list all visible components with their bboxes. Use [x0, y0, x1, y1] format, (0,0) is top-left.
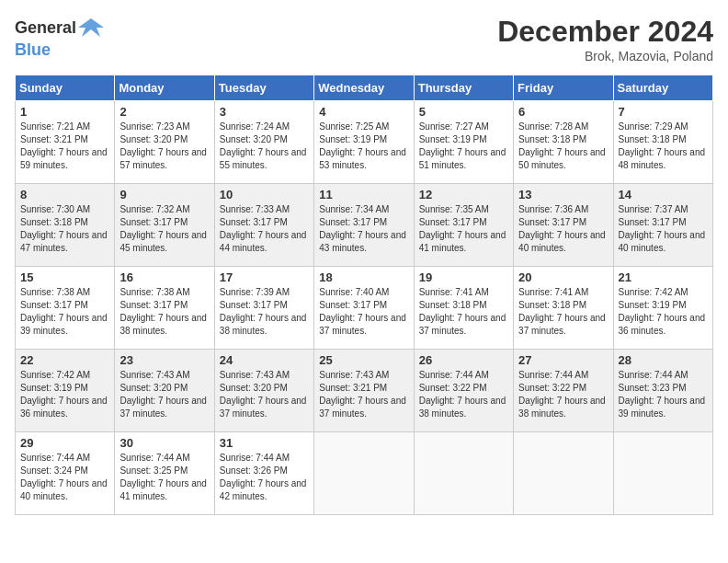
calendar-week-row: 29Sunrise: 7:44 AMSunset: 3:24 PMDayligh…: [16, 432, 713, 515]
day-info: Sunrise: 7:40 AMSunset: 3:17 PMDaylight:…: [319, 286, 408, 338]
day-info: Sunrise: 7:44 AMSunset: 3:26 PMDaylight:…: [220, 452, 309, 503]
calendar-cell: [514, 432, 613, 515]
logo: General Blue: [15, 15, 106, 60]
day-info: Sunrise: 7:30 AMSunset: 3:18 PMDaylight:…: [20, 203, 109, 255]
day-info: Sunrise: 7:34 AMSunset: 3:17 PMDaylight:…: [319, 203, 408, 255]
logo-blue-text: Blue: [15, 40, 51, 59]
day-number: 29: [20, 436, 109, 450]
day-number: 20: [518, 270, 608, 284]
day-info: Sunrise: 7:41 AMSunset: 3:18 PMDaylight:…: [518, 286, 608, 338]
calendar-cell: 12Sunrise: 7:35 AMSunset: 3:17 PMDayligh…: [414, 184, 513, 267]
day-number: 9: [119, 188, 209, 201]
calendar-cell: 9Sunrise: 7:32 AMSunset: 3:17 PMDaylight…: [115, 184, 214, 267]
day-info: Sunrise: 7:38 AMSunset: 3:17 PMDaylight:…: [20, 286, 109, 338]
day-number: 19: [419, 270, 508, 284]
calendar-cell: 11Sunrise: 7:34 AMSunset: 3:17 PMDayligh…: [314, 184, 414, 267]
calendar-cell: 8Sunrise: 7:30 AMSunset: 3:18 PMDaylight…: [16, 184, 115, 267]
location-title: Brok, Mazovia, Poland: [497, 49, 713, 63]
day-info: Sunrise: 7:41 AMSunset: 3:18 PMDaylight:…: [419, 286, 508, 338]
calendar-cell: 1Sunrise: 7:21 AMSunset: 3:21 PMDaylight…: [16, 101, 115, 184]
calendar-cell: 4Sunrise: 7:25 AMSunset: 3:19 PMDaylight…: [314, 101, 414, 184]
day-info: Sunrise: 7:23 AMSunset: 3:20 PMDaylight:…: [119, 121, 209, 172]
calendar-cell: 17Sunrise: 7:39 AMSunset: 3:17 PMDayligh…: [214, 267, 313, 350]
calendar-cell: 6Sunrise: 7:28 AMSunset: 3:18 PMDaylight…: [514, 101, 613, 184]
day-info: Sunrise: 7:35 AMSunset: 3:17 PMDaylight:…: [419, 203, 508, 255]
month-title: December 2024: [497, 15, 713, 49]
calendar-cell: 22Sunrise: 7:42 AMSunset: 3:19 PMDayligh…: [16, 350, 115, 432]
page-header: General Blue December 2024 Brok, Mazovia…: [15, 15, 713, 63]
day-number: 31: [220, 436, 309, 450]
calendar-cell: 30Sunrise: 7:44 AMSunset: 3:25 PMDayligh…: [115, 432, 214, 515]
day-number: 23: [119, 353, 209, 367]
calendar-cell: 31Sunrise: 7:44 AMSunset: 3:26 PMDayligh…: [214, 432, 313, 515]
calendar-title-area: December 2024 Brok, Mazovia, Poland: [497, 15, 713, 63]
calendar-cell: 21Sunrise: 7:42 AMSunset: 3:19 PMDayligh…: [613, 267, 712, 350]
calendar-cell: 18Sunrise: 7:40 AMSunset: 3:17 PMDayligh…: [314, 267, 414, 350]
header-wednesday: Wednesday: [314, 75, 414, 101]
header-friday: Friday: [514, 75, 613, 101]
day-info: Sunrise: 7:44 AMSunset: 3:25 PMDaylight:…: [119, 452, 209, 503]
calendar-cell: [414, 432, 513, 515]
calendar-cell: [613, 432, 712, 515]
day-number: 1: [20, 105, 109, 119]
calendar-cell: 24Sunrise: 7:43 AMSunset: 3:20 PMDayligh…: [214, 350, 313, 432]
calendar-cell: 28Sunrise: 7:44 AMSunset: 3:23 PMDayligh…: [613, 350, 712, 432]
svg-marker-0: [78, 18, 104, 37]
day-info: Sunrise: 7:39 AMSunset: 3:17 PMDaylight:…: [220, 286, 309, 338]
calendar-cell: 5Sunrise: 7:27 AMSunset: 3:19 PMDaylight…: [414, 101, 513, 184]
calendar-cell: 14Sunrise: 7:37 AMSunset: 3:17 PMDayligh…: [613, 184, 712, 267]
day-info: Sunrise: 7:43 AMSunset: 3:20 PMDaylight:…: [220, 369, 309, 420]
day-number: 18: [319, 270, 408, 284]
calendar-cell: 27Sunrise: 7:44 AMSunset: 3:22 PMDayligh…: [514, 350, 613, 432]
day-number: 14: [619, 188, 708, 201]
day-info: Sunrise: 7:28 AMSunset: 3:18 PMDaylight:…: [518, 121, 608, 172]
day-number: 13: [518, 188, 608, 201]
calendar-cell: 23Sunrise: 7:43 AMSunset: 3:20 PMDayligh…: [115, 350, 214, 432]
calendar-header-row: Sunday Monday Tuesday Wednesday Thursday…: [16, 75, 713, 101]
day-number: 16: [119, 270, 209, 284]
day-info: Sunrise: 7:32 AMSunset: 3:17 PMDaylight:…: [119, 203, 209, 255]
day-number: 10: [220, 188, 309, 201]
day-info: Sunrise: 7:44 AMSunset: 3:22 PMDaylight:…: [518, 369, 608, 420]
calendar-cell: 16Sunrise: 7:38 AMSunset: 3:17 PMDayligh…: [115, 267, 214, 350]
header-thursday: Thursday: [414, 75, 513, 101]
day-info: Sunrise: 7:38 AMSunset: 3:17 PMDaylight:…: [119, 286, 209, 338]
day-info: Sunrise: 7:42 AMSunset: 3:19 PMDaylight:…: [619, 286, 708, 338]
day-number: 24: [220, 353, 309, 367]
calendar-table: Sunday Monday Tuesday Wednesday Thursday…: [15, 75, 713, 515]
calendar-cell: 15Sunrise: 7:38 AMSunset: 3:17 PMDayligh…: [16, 267, 115, 350]
day-number: 6: [518, 105, 608, 119]
calendar-week-row: 8Sunrise: 7:30 AMSunset: 3:18 PMDaylight…: [16, 184, 713, 267]
day-number: 3: [220, 105, 309, 119]
day-number: 25: [319, 353, 408, 367]
calendar-cell: [314, 432, 414, 515]
header-saturday: Saturday: [613, 75, 712, 101]
header-tuesday: Tuesday: [214, 75, 313, 101]
day-info: Sunrise: 7:33 AMSunset: 3:17 PMDaylight:…: [220, 203, 309, 255]
calendar-cell: 25Sunrise: 7:43 AMSunset: 3:21 PMDayligh…: [314, 350, 414, 432]
calendar-cell: 26Sunrise: 7:44 AMSunset: 3:22 PMDayligh…: [414, 350, 513, 432]
day-info: Sunrise: 7:29 AMSunset: 3:18 PMDaylight:…: [619, 121, 708, 172]
header-sunday: Sunday: [16, 75, 115, 101]
day-info: Sunrise: 7:37 AMSunset: 3:17 PMDaylight:…: [619, 203, 708, 255]
day-number: 27: [518, 353, 608, 367]
day-info: Sunrise: 7:42 AMSunset: 3:19 PMDaylight:…: [20, 369, 109, 420]
day-info: Sunrise: 7:24 AMSunset: 3:20 PMDaylight:…: [220, 121, 309, 172]
day-info: Sunrise: 7:25 AMSunset: 3:19 PMDaylight:…: [319, 121, 408, 172]
day-number: 12: [419, 188, 508, 201]
calendar-cell: 19Sunrise: 7:41 AMSunset: 3:18 PMDayligh…: [414, 267, 513, 350]
calendar-cell: 2Sunrise: 7:23 AMSunset: 3:20 PMDaylight…: [115, 101, 214, 184]
day-info: Sunrise: 7:27 AMSunset: 3:19 PMDaylight:…: [419, 121, 508, 172]
day-number: 28: [619, 353, 708, 367]
header-monday: Monday: [115, 75, 214, 101]
day-info: Sunrise: 7:43 AMSunset: 3:21 PMDaylight:…: [319, 369, 408, 420]
day-number: 30: [119, 436, 209, 450]
calendar-week-row: 22Sunrise: 7:42 AMSunset: 3:19 PMDayligh…: [16, 350, 713, 432]
day-info: Sunrise: 7:36 AMSunset: 3:17 PMDaylight:…: [518, 203, 608, 255]
day-info: Sunrise: 7:44 AMSunset: 3:23 PMDaylight:…: [619, 369, 708, 420]
day-info: Sunrise: 7:44 AMSunset: 3:24 PMDaylight:…: [20, 452, 109, 503]
calendar-cell: 10Sunrise: 7:33 AMSunset: 3:17 PMDayligh…: [214, 184, 313, 267]
calendar-week-row: 15Sunrise: 7:38 AMSunset: 3:17 PMDayligh…: [16, 267, 713, 350]
day-number: 22: [20, 353, 109, 367]
day-number: 7: [619, 105, 708, 119]
